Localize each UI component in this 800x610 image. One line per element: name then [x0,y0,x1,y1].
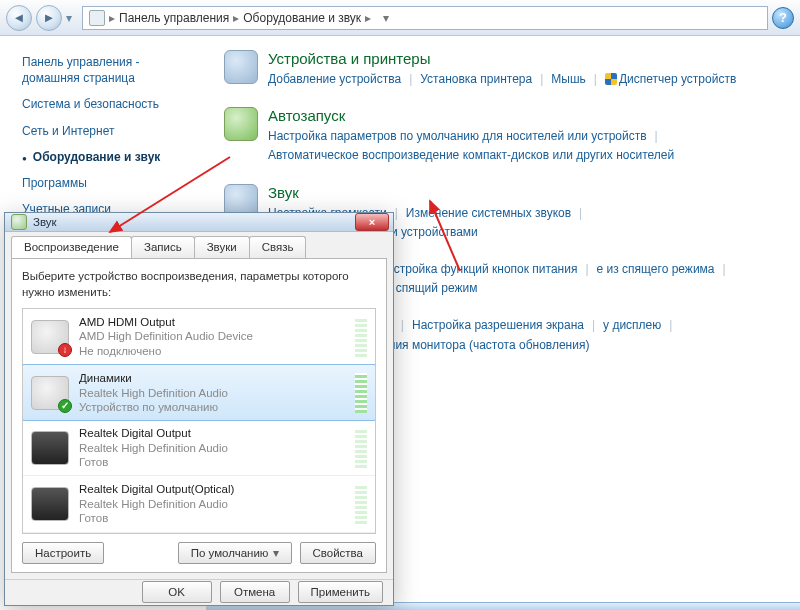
device-status: Готов [79,511,345,525]
category-link[interactable]: Добавление устройства [268,70,401,89]
tab-panel-playback: Выберите устройство воспроизведения, пар… [11,258,387,573]
category-links: Настройка параметров по умолчанию для но… [268,127,786,165]
link-separator: | [723,260,726,279]
device-thumbnail [31,487,69,521]
device-thumbnail: ✓ [31,376,69,410]
level-meter-icon [355,428,367,468]
autoplay-icon [224,107,258,141]
category-links: Добавление устройства|Установка принтера… [268,70,786,89]
forward-button[interactable]: ► [36,5,62,31]
breadcrumb-sep: ▸ [109,11,115,25]
help-button[interactable]: ? [772,7,794,29]
category-link[interactable]: Диспетчер устройств [605,70,736,89]
dialog-tab[interactable]: Воспроизведение [11,236,132,258]
sound-icon [11,214,27,230]
category-link[interactable]: Мышь [551,70,586,89]
configure-button[interactable]: Настроить [22,542,104,564]
set-default-button[interactable]: По умолчанию [178,542,292,564]
device-status: Не подключено [79,344,345,358]
device-info: ДинамикиRealtek High Definition AudioУст… [79,371,345,414]
device-desc: Realtek High Definition Audio [79,386,345,400]
link-separator: | [669,316,672,335]
device-item[interactable]: ↓AMD HDMI OutputAMD High Definition Audi… [23,309,375,365]
device-item[interactable]: Realtek Digital OutputRealtek High Defin… [23,420,375,476]
dialog-title: Звук [33,216,349,228]
category: Устройства и принтерыДобавление устройст… [224,50,786,89]
category-title[interactable]: Автозапуск [268,107,786,124]
devices-printers-icon [224,50,258,84]
level-meter-icon [355,484,367,524]
device-name: AMD HDMI Output [79,315,345,329]
device-thumbnail: ↓ [31,320,69,354]
category-link[interactable]: Автоматическое воспроизведение компакт-д… [268,146,674,165]
device-info: Realtek Digital Output(Optical)Realtek H… [79,482,345,525]
checkmark-icon: ✓ [58,399,72,413]
device-info: Realtek Digital OutputRealtek High Defin… [79,426,345,469]
device-desc: AMD High Definition Audio Device [79,329,345,343]
close-button[interactable]: × [355,213,389,231]
breadcrumb-sep: ▸ [233,11,239,25]
link-separator: | [594,70,597,89]
link-separator: | [655,127,658,146]
category-link[interactable]: е из спящего режима [597,260,715,279]
category: АвтозапускНастройка параметров по умолча… [224,107,786,165]
category-link[interactable]: Установка принтера [420,70,532,89]
device-thumbnail [31,431,69,465]
category-link[interactable]: Настройка параметров по умолчанию для но… [268,127,647,146]
device-desc: Realtek High Definition Audio [79,497,345,511]
category-title[interactable]: Устройства и принтеры [268,50,786,67]
breadcrumb-item[interactable]: Оборудование и звук [243,11,361,25]
category-link[interactable]: Настройка функций кнопок питания [378,260,577,279]
tab-bar: ВоспроизведениеЗаписьЗвукиСвязь [5,232,393,258]
link-separator: | [409,70,412,89]
dialog-tab[interactable]: Звуки [194,236,250,258]
link-separator: | [401,316,404,335]
sidebar-item[interactable]: Оборудование и звук [22,149,196,165]
device-desc: Realtek High Definition Audio [79,441,345,455]
ok-button[interactable]: OK [142,581,212,603]
dialog-titlebar[interactable]: Звук × [5,213,393,232]
address-bar: ◄ ► ▾ ▸ Панель управления ▸ Оборудование… [0,0,800,36]
dialog-tab[interactable]: Запись [131,236,195,258]
back-button[interactable]: ◄ [6,5,32,31]
sound-dialog: Звук × ВоспроизведениеЗаписьЗвукиСвязь В… [4,212,394,606]
device-status: Готов [79,455,345,469]
level-meter-icon [355,373,367,413]
link-separator: | [585,260,588,279]
cancel-button[interactable]: Отмена [220,581,290,603]
down-arrow-icon: ↓ [58,343,72,357]
category-link[interactable]: Настройка разрешения экрана [412,316,584,335]
breadcrumb-dropdown-icon[interactable]: ▾ [375,11,389,25]
sidebar-item[interactable]: Программы [22,175,196,191]
device-item[interactable]: Realtek Digital Output(Optical)Realtek H… [23,476,375,532]
history-dropdown-icon[interactable]: ▾ [66,11,78,25]
breadcrumb-item[interactable]: Панель управления [119,11,229,25]
panel-button-row: Настроить По умолчанию Свойства [22,542,376,564]
category-link[interactable]: Изменение системных звуков [406,204,571,223]
apply-button[interactable]: Применить [298,581,383,603]
properties-button[interactable]: Свойства [300,542,377,564]
device-list[interactable]: ↓AMD HDMI OutputAMD High Definition Audi… [22,308,376,534]
control-panel-icon [89,10,105,26]
shield-icon [605,73,617,85]
sidebar-item[interactable]: Сеть и Интернет [22,123,196,139]
device-item[interactable]: ✓ДинамикиRealtek High Definition AudioУс… [22,364,376,421]
link-separator: | [579,204,582,223]
dialog-tab[interactable]: Связь [249,236,307,258]
device-name: Realtek Digital Output(Optical) [79,482,345,496]
category-link[interactable]: у дисплею [603,316,661,335]
link-separator: | [395,204,398,223]
dialog-button-row: OK Отмена Применить [5,579,393,605]
level-meter-icon [355,317,367,357]
device-info: AMD HDMI OutputAMD High Definition Audio… [79,315,345,358]
link-separator: | [540,70,543,89]
dialog-hint: Выберите устройство воспроизведения, пар… [22,269,376,300]
device-name: Динамики [79,371,345,385]
device-status: Устройство по умолчанию [79,400,345,414]
category-title[interactable]: Звук [268,184,786,201]
sidebar-item[interactable]: Панель управления - домашняя страница [22,54,196,86]
sidebar-item[interactable]: Система и безопасность [22,96,196,112]
breadcrumb[interactable]: ▸ Панель управления ▸ Оборудование и зву… [82,6,768,30]
device-name: Realtek Digital Output [79,426,345,440]
link-separator: | [592,316,595,335]
